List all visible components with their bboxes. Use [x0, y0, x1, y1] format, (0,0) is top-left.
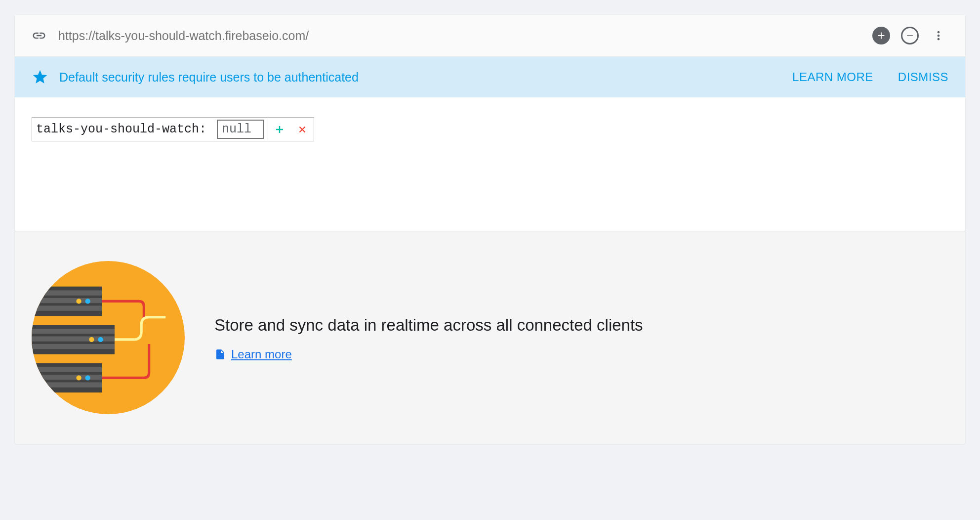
- more-vert-icon: [932, 29, 945, 43]
- link-icon: [32, 28, 46, 43]
- database-url: https://talks-you-should-watch.firebasei…: [58, 29, 871, 43]
- header-bar: https://talks-you-should-watch.firebasei…: [15, 15, 965, 57]
- svg-point-19: [85, 375, 90, 380]
- more-menu-button[interactable]: [929, 26, 948, 45]
- minus-circle-icon: [901, 27, 919, 44]
- x-icon: [297, 124, 308, 135]
- svg-point-6: [76, 299, 81, 303]
- add-child-button[interactable]: [268, 118, 291, 141]
- svg-rect-11: [32, 344, 115, 349]
- star-icon: [32, 69, 48, 86]
- svg-point-7: [85, 299, 90, 303]
- plus-icon: [274, 124, 286, 135]
- remove-button[interactable]: [900, 26, 920, 45]
- header-actions: [871, 26, 948, 45]
- delete-node-button[interactable]: [291, 118, 314, 141]
- svg-rect-3: [32, 290, 102, 295]
- info-content: Store and sync data in realtime across a…: [214, 314, 948, 361]
- learn-more-button[interactable]: LEARN MORE: [792, 70, 873, 84]
- svg-rect-17: [32, 382, 102, 387]
- node-key: talks-you-should-watch: [36, 122, 199, 136]
- data-node: talks-you-should-watch:: [32, 117, 314, 141]
- svg-rect-9: [32, 329, 115, 334]
- svg-rect-15: [32, 367, 102, 372]
- svg-point-18: [76, 375, 81, 380]
- banner-message: Default security rules require users to …: [59, 70, 792, 85]
- node-value-input[interactable]: [217, 120, 264, 139]
- document-icon: [214, 348, 226, 360]
- svg-point-13: [98, 337, 103, 342]
- colon: :: [199, 122, 214, 136]
- svg-rect-4: [32, 298, 102, 303]
- database-panel: https://talks-you-should-watch.firebasei…: [15, 15, 965, 444]
- security-banner: Default security rules require users to …: [15, 57, 965, 97]
- info-text: Store and sync data in realtime across a…: [214, 314, 708, 337]
- svg-point-12: [89, 337, 94, 342]
- plus-circle-icon: [872, 27, 890, 44]
- learn-more-row: Learn more: [214, 347, 948, 361]
- add-button[interactable]: [871, 26, 891, 45]
- svg-rect-16: [32, 375, 102, 380]
- dismiss-button[interactable]: DISMISS: [898, 70, 948, 84]
- learn-more-link[interactable]: Learn more: [231, 347, 292, 361]
- svg-rect-5: [32, 305, 102, 310]
- data-key-section: talks-you-should-watch:: [32, 118, 268, 141]
- servers-illustration: [32, 261, 185, 414]
- info-section: Store and sync data in realtime across a…: [15, 231, 965, 444]
- data-tree-area: talks-you-should-watch:: [15, 97, 965, 231]
- banner-actions: LEARN MORE DISMISS: [792, 70, 948, 84]
- node-actions: [268, 118, 314, 141]
